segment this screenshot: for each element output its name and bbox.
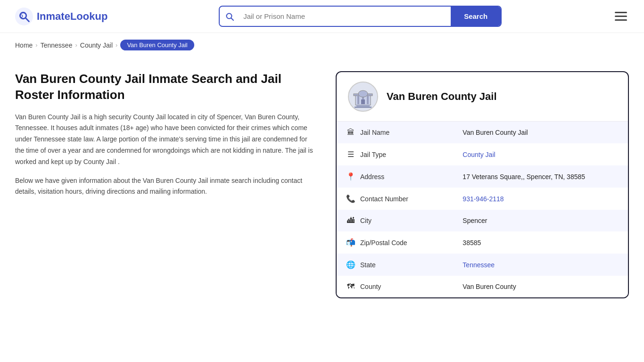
search-area: Search (219, 6, 502, 27)
table-row: 📞 Contact Number931-946-2118 (337, 188, 628, 210)
row-icon: 📞 (346, 194, 355, 203)
logo-text: InmateLookup (37, 10, 107, 23)
svg-text:Q: Q (20, 13, 23, 18)
row-label: 📍 Address (337, 165, 431, 188)
info-card: Van Buren County Jail 🏛 Jail NameVan Bur… (336, 71, 629, 298)
row-value-link[interactable]: Tennessee (462, 261, 495, 269)
description-paragraph-2: Below we have given information about th… (15, 175, 317, 198)
description-paragraph-1: Van Buren County Jail is a high security… (15, 112, 317, 168)
right-panel: Van Buren County Jail 🏛 Jail NameVan Bur… (336, 71, 629, 298)
hamburger-line2 (615, 16, 627, 17)
svg-rect-13 (356, 105, 370, 107)
info-table: 🏛 Jail NameVan Buren County Jail☰ Jail T… (337, 122, 628, 297)
table-row: 📍 Address17 Veterans Square,, Spencer, T… (337, 165, 628, 188)
main-content: Van Buren County Jail Inmate Search and … (0, 57, 644, 313)
row-label: 🏙 City (337, 210, 431, 231)
row-label: 🌐 State (337, 254, 431, 276)
row-label: 📬 Zip/Postal Code (337, 231, 431, 254)
menu-button[interactable] (613, 10, 629, 23)
facility-avatar (348, 82, 378, 112)
row-value: 38585 (453, 231, 628, 254)
row-value: 17 Veterans Square,, Spencer, TN, 38585 (453, 165, 628, 188)
table-row: ☰ Jail TypeCounty Jail (337, 143, 628, 165)
breadcrumb-sep-1: › (35, 41, 37, 49)
breadcrumb-sep-2: › (75, 41, 77, 49)
svg-line-5 (231, 18, 234, 20)
hamburger-line3 (615, 19, 627, 21)
row-value[interactable]: County Jail (453, 143, 628, 165)
row-icon: ☰ (346, 150, 355, 159)
table-row: 📬 Zip/Postal Code38585 (337, 231, 628, 254)
row-icon: 🗺 (346, 282, 355, 291)
svg-rect-11 (361, 99, 365, 104)
row-label: 📞 Contact Number (337, 188, 431, 210)
row-label: ☰ Jail Type (337, 143, 431, 165)
search-wrapper: Search (219, 6, 502, 27)
row-value-link[interactable]: County Jail (462, 151, 495, 158)
row-label: 🗺 County (337, 276, 431, 297)
table-row: 🏙 CitySpencer (337, 210, 628, 231)
search-icon (220, 8, 239, 25)
table-row: 🗺 CountyVan Buren County (337, 276, 628, 297)
breadcrumb-sep-3: › (116, 41, 117, 49)
table-row: 🌐 StateTennessee (337, 254, 628, 276)
search-input[interactable] (239, 8, 451, 25)
row-icon: 🌐 (346, 260, 355, 269)
breadcrumb-home[interactable]: Home (15, 41, 33, 49)
svg-rect-14 (355, 107, 372, 108)
facility-name: Van Buren County Jail (387, 90, 497, 103)
row-icon: 🏛 (346, 128, 355, 137)
breadcrumb-active: Van Buren County Jail (120, 40, 194, 50)
logo-icon: Q (15, 8, 33, 25)
row-icon: 📍 (346, 172, 355, 181)
row-icon: 🏙 (346, 216, 355, 225)
svg-point-12 (358, 90, 368, 97)
breadcrumb: Home › Tennessee › County Jail › Van Bur… (0, 33, 644, 57)
hamburger-line1 (615, 12, 627, 13)
left-panel: Van Buren County Jail Inmate Search and … (15, 71, 317, 205)
svg-rect-8 (357, 96, 359, 104)
search-button[interactable]: Search (451, 7, 501, 26)
row-value[interactable]: Tennessee (453, 254, 628, 276)
logo-link[interactable]: Q InmateLookup (15, 8, 107, 25)
page-title: Van Buren County Jail Inmate Search and … (15, 71, 317, 103)
breadcrumb-county-jail[interactable]: County Jail (80, 41, 113, 49)
row-value: Spencer (453, 210, 628, 231)
row-value: Van Buren County (453, 276, 628, 297)
row-label: 🏛 Jail Name (337, 122, 431, 143)
info-card-header: Van Buren County Jail (337, 72, 628, 122)
breadcrumb-tennessee[interactable]: Tennessee (41, 41, 73, 49)
row-value-link[interactable]: 931-946-2118 (462, 195, 504, 203)
svg-rect-10 (367, 96, 369, 104)
table-row: 🏛 Jail NameVan Buren County Jail (337, 122, 628, 143)
row-value: Van Buren County Jail (453, 122, 628, 143)
header: Q InmateLookup Search (0, 0, 644, 33)
svg-point-0 (15, 8, 33, 25)
row-value[interactable]: 931-946-2118 (453, 188, 628, 210)
row-icon: 📬 (346, 238, 355, 247)
